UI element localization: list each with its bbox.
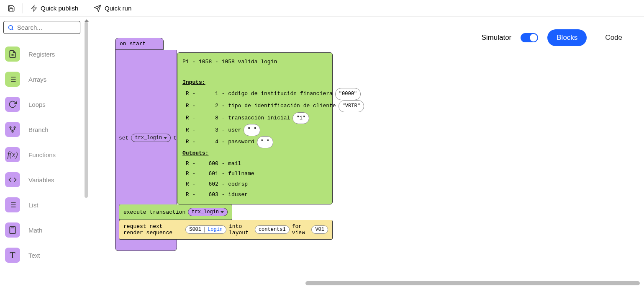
code-view-button[interactable]: Code	[596, 29, 631, 46]
chevron-down-icon	[221, 211, 224, 213]
save-button[interactable]	[3, 3, 19, 14]
on-start-block[interactable]: on start	[115, 38, 164, 50]
input-value[interactable]: "VRTR"	[339, 100, 364, 112]
sidebar-item-text[interactable]: T Text	[3, 243, 80, 268]
request-label: request next render sequence	[123, 223, 183, 236]
input-row: R - 1 - código de institución financiera…	[182, 88, 327, 100]
transaction-data-block[interactable]: P1 - 1058 - 1058 valida login Inputs: R …	[177, 52, 333, 204]
variables-icon	[5, 172, 20, 187]
search-icon	[8, 24, 14, 31]
sidebar-item-registers[interactable]: Registers	[3, 41, 80, 67]
output-row: R - 602 - codrsp	[182, 179, 327, 190]
data-title: P1 - 1058 - 1058 valida login	[182, 57, 327, 67]
execute-var-name: trx_login	[192, 209, 219, 215]
output-row: R - 600 - mail	[182, 159, 327, 169]
sidebar-item-label: Loops	[28, 101, 46, 108]
var-name: trx_login	[135, 135, 162, 141]
execute-var-dropdown[interactable]: trx_login	[188, 208, 228, 216]
hscroll-thumb[interactable]	[305, 281, 640, 285]
svg-point-14	[14, 127, 15, 128]
search-input-wrapper[interactable]	[3, 21, 80, 34]
outputs-header: Outputs:	[182, 148, 327, 159]
quick-publish-button[interactable]: Quick publish	[26, 3, 82, 14]
sidebar-item-functions[interactable]: f(x) Functions	[3, 142, 80, 167]
input-value[interactable]: "0000"	[335, 88, 361, 100]
sidebar-item-list[interactable]: List	[3, 192, 80, 217]
sidebar-item-math[interactable]: Math	[3, 217, 80, 243]
toolbar: Quick publish Quick run	[0, 0, 644, 17]
set-label: set	[119, 135, 128, 141]
branch-icon	[5, 122, 20, 137]
sidebar: Registers Arrays Loops Branch f(x) Funct…	[0, 17, 84, 287]
layout-pill[interactable]: contents1	[255, 225, 290, 234]
search-input[interactable]	[17, 24, 76, 31]
functions-icon: f(x)	[5, 147, 20, 162]
view-pill[interactable]: V01	[311, 225, 328, 234]
registers-icon	[5, 47, 20, 62]
svg-marker-0	[31, 5, 36, 11]
request-render-block[interactable]: request next render sequence S001 Login …	[119, 220, 333, 240]
sidebar-item-label: Math	[28, 227, 42, 234]
sidebar-item-label: Arrays	[28, 76, 46, 83]
seq-code: S001	[189, 227, 201, 233]
view-controls: Simulator Blocks Code	[481, 29, 631, 46]
quick-publish-label: Quick publish	[41, 5, 78, 12]
sidebar-item-arrays[interactable]: Arrays	[3, 67, 80, 92]
input-row: R - 3 - user" "	[182, 124, 327, 136]
divider	[23, 3, 23, 13]
output-row: R - 603 - iduser	[182, 190, 327, 200]
chevron-down-icon	[164, 137, 167, 139]
toggle-knob	[530, 34, 537, 41]
simulator-label: Simulator	[481, 34, 511, 42]
sidebar-item-label: Branch	[28, 126, 49, 133]
svg-line-4	[12, 28, 13, 30]
list-icon	[5, 197, 20, 212]
input-value[interactable]: "1"	[292, 112, 309, 124]
run-icon	[94, 5, 101, 12]
sidebar-item-label: Registers	[28, 51, 55, 58]
horizontal-scrollbar[interactable]	[305, 281, 640, 285]
lightning-icon	[31, 4, 37, 13]
execute-label: execute transaction	[123, 209, 185, 215]
blocks-view-button[interactable]: Blocks	[547, 29, 587, 46]
sidebar-item-label: Variables	[28, 176, 54, 184]
svg-point-3	[9, 25, 13, 29]
input-row: R - 8 - transacción inicial"1"	[182, 112, 327, 124]
svg-point-13	[10, 127, 11, 128]
on-start-label: on start	[120, 41, 146, 47]
input-row: R - 4 - password" "	[182, 136, 327, 148]
sidebar-item-branch[interactable]: Branch	[3, 117, 80, 142]
loops-icon	[5, 97, 20, 112]
sidebar-item-label: Functions	[28, 151, 56, 158]
divider	[86, 3, 86, 13]
quick-run-label: Quick run	[105, 5, 131, 12]
sidebar-item-loops[interactable]: Loops	[3, 92, 80, 117]
canvas[interactable]: Simulator Blocks Code on start set trx_l…	[84, 17, 644, 287]
arrays-icon	[5, 72, 20, 87]
input-value[interactable]: " "	[257, 136, 274, 148]
into-label: into layout	[229, 223, 252, 236]
sidebar-item-label: List	[28, 202, 38, 209]
block-workspace[interactable]: on start set trx_login to P1 - 105	[115, 38, 177, 251]
sidebar-item-variables[interactable]: Variables	[3, 167, 80, 192]
save-icon	[8, 5, 15, 12]
seq-name: Login	[208, 227, 223, 233]
simulator-toggle[interactable]	[521, 33, 538, 42]
var-dropdown[interactable]: trx_login	[131, 134, 171, 142]
execute-transaction-block[interactable]: execute transaction trx_login	[119, 204, 232, 220]
sidebar-item-label: Text	[28, 252, 40, 259]
output-row: R - 601 - fullname	[182, 169, 327, 179]
sequence-pill[interactable]: S001 Login	[185, 225, 226, 234]
inputs-header: Inputs:	[182, 78, 327, 88]
input-value[interactable]: " "	[244, 124, 260, 136]
quick-run-button[interactable]: Quick run	[90, 3, 136, 14]
input-row: R - 2 - tipo de identificación de client…	[182, 100, 327, 112]
svg-point-15	[12, 131, 13, 132]
math-icon	[5, 222, 20, 238]
text-icon: T	[5, 248, 20, 263]
for-label: for view	[292, 223, 309, 236]
